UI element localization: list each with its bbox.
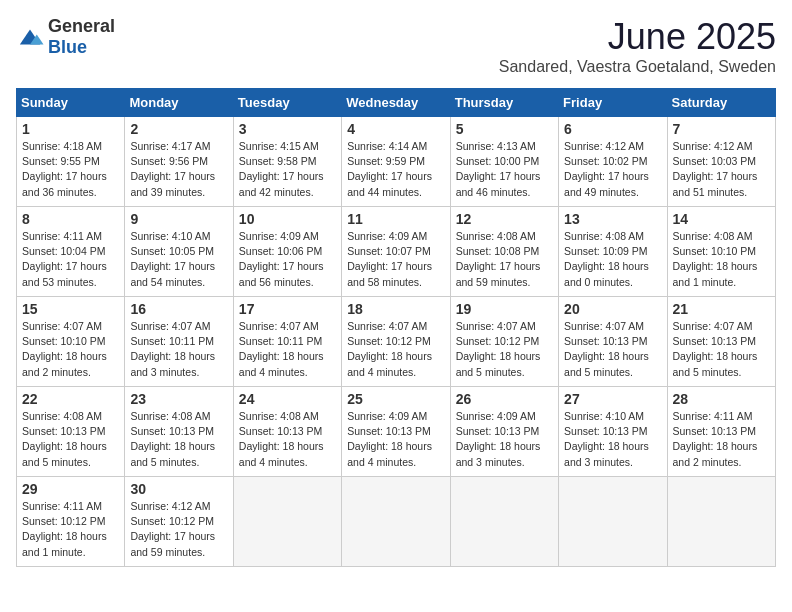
weekday-header-saturday: Saturday	[667, 89, 775, 117]
week-row-2: 8Sunrise: 4:11 AMSunset: 10:04 PMDayligh…	[17, 207, 776, 297]
day-detail: Sunrise: 4:10 AMSunset: 10:05 PMDaylight…	[130, 229, 227, 290]
calendar-cell: 29Sunrise: 4:11 AMSunset: 10:12 PMDaylig…	[17, 477, 125, 567]
day-detail: Sunrise: 4:12 AMSunset: 10:03 PMDaylight…	[673, 139, 770, 200]
day-number: 16	[130, 301, 227, 317]
weekday-header-sunday: Sunday	[17, 89, 125, 117]
day-number: 20	[564, 301, 661, 317]
day-number: 7	[673, 121, 770, 137]
calendar-cell	[233, 477, 341, 567]
header: General Blue June 2025 Sandared, Vaestra…	[16, 16, 776, 76]
day-number: 9	[130, 211, 227, 227]
title-area: June 2025 Sandared, Vaestra Goetaland, S…	[499, 16, 776, 76]
day-detail: Sunrise: 4:08 AMSunset: 10:08 PMDaylight…	[456, 229, 553, 290]
calendar-cell: 24Sunrise: 4:08 AMSunset: 10:13 PMDaylig…	[233, 387, 341, 477]
calendar-cell	[667, 477, 775, 567]
day-detail: Sunrise: 4:07 AMSunset: 10:11 PMDaylight…	[130, 319, 227, 380]
location-title: Sandared, Vaestra Goetaland, Sweden	[499, 58, 776, 76]
day-detail: Sunrise: 4:11 AMSunset: 10:13 PMDaylight…	[673, 409, 770, 470]
calendar-cell	[450, 477, 558, 567]
calendar-cell: 4Sunrise: 4:14 AMSunset: 9:59 PMDaylight…	[342, 117, 450, 207]
logo: General Blue	[16, 16, 115, 58]
day-detail: Sunrise: 4:09 AMSunset: 10:13 PMDaylight…	[347, 409, 444, 470]
day-number: 27	[564, 391, 661, 407]
calendar-cell: 7Sunrise: 4:12 AMSunset: 10:03 PMDayligh…	[667, 117, 775, 207]
day-number: 11	[347, 211, 444, 227]
weekday-header-friday: Friday	[559, 89, 667, 117]
day-detail: Sunrise: 4:12 AMSunset: 10:12 PMDaylight…	[130, 499, 227, 560]
logo-blue: Blue	[48, 37, 87, 57]
day-detail: Sunrise: 4:07 AMSunset: 10:13 PMDaylight…	[673, 319, 770, 380]
day-number: 24	[239, 391, 336, 407]
calendar-cell: 1Sunrise: 4:18 AMSunset: 9:55 PMDaylight…	[17, 117, 125, 207]
day-number: 26	[456, 391, 553, 407]
calendar-cell: 6Sunrise: 4:12 AMSunset: 10:02 PMDayligh…	[559, 117, 667, 207]
day-number: 18	[347, 301, 444, 317]
day-number: 25	[347, 391, 444, 407]
day-number: 6	[564, 121, 661, 137]
day-detail: Sunrise: 4:07 AMSunset: 10:11 PMDaylight…	[239, 319, 336, 380]
calendar-cell: 30Sunrise: 4:12 AMSunset: 10:12 PMDaylig…	[125, 477, 233, 567]
day-detail: Sunrise: 4:14 AMSunset: 9:59 PMDaylight:…	[347, 139, 444, 200]
week-row-4: 22Sunrise: 4:08 AMSunset: 10:13 PMDaylig…	[17, 387, 776, 477]
calendar-cell: 23Sunrise: 4:08 AMSunset: 10:13 PMDaylig…	[125, 387, 233, 477]
calendar-cell: 18Sunrise: 4:07 AMSunset: 10:12 PMDaylig…	[342, 297, 450, 387]
calendar-cell: 12Sunrise: 4:08 AMSunset: 10:08 PMDaylig…	[450, 207, 558, 297]
calendar-cell: 8Sunrise: 4:11 AMSunset: 10:04 PMDayligh…	[17, 207, 125, 297]
calendar-cell: 10Sunrise: 4:09 AMSunset: 10:06 PMDaylig…	[233, 207, 341, 297]
day-detail: Sunrise: 4:07 AMSunset: 10:12 PMDaylight…	[456, 319, 553, 380]
day-detail: Sunrise: 4:12 AMSunset: 10:02 PMDaylight…	[564, 139, 661, 200]
week-row-3: 15Sunrise: 4:07 AMSunset: 10:10 PMDaylig…	[17, 297, 776, 387]
calendar-cell: 13Sunrise: 4:08 AMSunset: 10:09 PMDaylig…	[559, 207, 667, 297]
calendar-cell: 11Sunrise: 4:09 AMSunset: 10:07 PMDaylig…	[342, 207, 450, 297]
calendar-cell: 15Sunrise: 4:07 AMSunset: 10:10 PMDaylig…	[17, 297, 125, 387]
calendar-cell: 26Sunrise: 4:09 AMSunset: 10:13 PMDaylig…	[450, 387, 558, 477]
day-detail: Sunrise: 4:07 AMSunset: 10:12 PMDaylight…	[347, 319, 444, 380]
calendar-cell: 21Sunrise: 4:07 AMSunset: 10:13 PMDaylig…	[667, 297, 775, 387]
calendar-cell: 17Sunrise: 4:07 AMSunset: 10:11 PMDaylig…	[233, 297, 341, 387]
logo-general: General	[48, 16, 115, 36]
day-number: 3	[239, 121, 336, 137]
calendar-cell: 22Sunrise: 4:08 AMSunset: 10:13 PMDaylig…	[17, 387, 125, 477]
day-detail: Sunrise: 4:08 AMSunset: 10:10 PMDaylight…	[673, 229, 770, 290]
day-detail: Sunrise: 4:11 AMSunset: 10:12 PMDaylight…	[22, 499, 119, 560]
day-number: 22	[22, 391, 119, 407]
day-detail: Sunrise: 4:18 AMSunset: 9:55 PMDaylight:…	[22, 139, 119, 200]
day-number: 15	[22, 301, 119, 317]
calendar-cell	[559, 477, 667, 567]
calendar-cell	[342, 477, 450, 567]
calendar-cell: 28Sunrise: 4:11 AMSunset: 10:13 PMDaylig…	[667, 387, 775, 477]
weekday-header-wednesday: Wednesday	[342, 89, 450, 117]
day-detail: Sunrise: 4:07 AMSunset: 10:13 PMDaylight…	[564, 319, 661, 380]
day-detail: Sunrise: 4:13 AMSunset: 10:00 PMDaylight…	[456, 139, 553, 200]
day-number: 21	[673, 301, 770, 317]
day-number: 4	[347, 121, 444, 137]
calendar-cell: 9Sunrise: 4:10 AMSunset: 10:05 PMDayligh…	[125, 207, 233, 297]
day-detail: Sunrise: 4:08 AMSunset: 10:09 PMDaylight…	[564, 229, 661, 290]
day-number: 14	[673, 211, 770, 227]
week-row-5: 29Sunrise: 4:11 AMSunset: 10:12 PMDaylig…	[17, 477, 776, 567]
day-detail: Sunrise: 4:11 AMSunset: 10:04 PMDaylight…	[22, 229, 119, 290]
calendar-cell: 16Sunrise: 4:07 AMSunset: 10:11 PMDaylig…	[125, 297, 233, 387]
day-number: 30	[130, 481, 227, 497]
calendar-cell: 5Sunrise: 4:13 AMSunset: 10:00 PMDayligh…	[450, 117, 558, 207]
week-row-1: 1Sunrise: 4:18 AMSunset: 9:55 PMDaylight…	[17, 117, 776, 207]
weekday-header-tuesday: Tuesday	[233, 89, 341, 117]
calendar-cell: 2Sunrise: 4:17 AMSunset: 9:56 PMDaylight…	[125, 117, 233, 207]
calendar-cell: 19Sunrise: 4:07 AMSunset: 10:12 PMDaylig…	[450, 297, 558, 387]
day-detail: Sunrise: 4:07 AMSunset: 10:10 PMDaylight…	[22, 319, 119, 380]
day-detail: Sunrise: 4:15 AMSunset: 9:58 PMDaylight:…	[239, 139, 336, 200]
day-number: 19	[456, 301, 553, 317]
weekday-header-thursday: Thursday	[450, 89, 558, 117]
month-title: June 2025	[499, 16, 776, 58]
day-number: 1	[22, 121, 119, 137]
day-number: 29	[22, 481, 119, 497]
day-detail: Sunrise: 4:09 AMSunset: 10:06 PMDaylight…	[239, 229, 336, 290]
day-detail: Sunrise: 4:09 AMSunset: 10:07 PMDaylight…	[347, 229, 444, 290]
calendar-cell: 3Sunrise: 4:15 AMSunset: 9:58 PMDaylight…	[233, 117, 341, 207]
calendar-cell: 25Sunrise: 4:09 AMSunset: 10:13 PMDaylig…	[342, 387, 450, 477]
day-detail: Sunrise: 4:09 AMSunset: 10:13 PMDaylight…	[456, 409, 553, 470]
weekday-header-row: SundayMondayTuesdayWednesdayThursdayFrid…	[17, 89, 776, 117]
day-number: 12	[456, 211, 553, 227]
day-number: 10	[239, 211, 336, 227]
day-number: 2	[130, 121, 227, 137]
